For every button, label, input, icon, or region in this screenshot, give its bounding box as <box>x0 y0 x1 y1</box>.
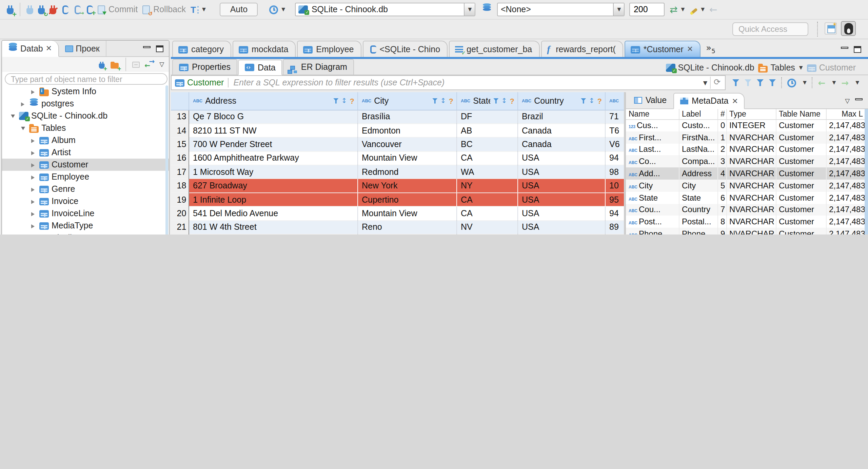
column-header-max-length[interactable]: Max L <box>826 109 865 119</box>
metadata-row[interactable]: ABCPhone Phone 9 NVARCHAR Customer 2,147… <box>626 228 865 234</box>
address-cell[interactable]: 1 Infinite Loop <box>189 193 357 207</box>
meta-maxlength-cell[interactable]: 2,147,483 <box>826 143 865 156</box>
state-cell[interactable]: CA <box>456 206 517 220</box>
country-cell[interactable]: Brazil <box>517 110 605 124</box>
state-cell[interactable]: NY <box>456 179 517 193</box>
country-cell[interactable]: USA <box>517 206 605 220</box>
table-row[interactable]: 21 801 W 4th Street Reno NV USA 89 <box>171 220 624 234</box>
meta-table-cell[interactable]: Customer <box>776 192 826 204</box>
meta-ordinal-cell[interactable]: 6 <box>717 192 726 204</box>
address-cell[interactable]: 801 W 4th Street <box>189 220 357 234</box>
close-icon[interactable]: ✕ <box>687 45 693 54</box>
rollback-button[interactable]: ↺ Rollback <box>142 5 186 14</box>
meta-type-cell[interactable]: NVARCHAR <box>726 216 776 228</box>
tree-arrow-icon[interactable] <box>21 123 26 133</box>
column-header-postal[interactable]: ABC <box>605 92 624 110</box>
meta-maxlength-cell[interactable]: 2,147,483 <box>826 180 865 192</box>
country-cell[interactable]: USA <box>517 179 605 193</box>
meta-type-cell[interactable]: NVARCHAR <box>726 143 776 156</box>
tab-properties[interactable]: Properties <box>172 59 237 75</box>
breadcrumb-entity[interactable]: Customer <box>807 63 856 73</box>
row-number-cell[interactable]: 13 <box>171 110 189 124</box>
collapse-all-icon[interactable] <box>132 61 140 67</box>
column-header-type[interactable]: Type <box>726 109 776 119</box>
tree-item[interactable]: Album <box>2 134 169 146</box>
tree-arrow-icon[interactable] <box>21 99 26 108</box>
breadcrumb-connection[interactable]: SQLite - Chinook.db <box>666 63 754 73</box>
address-cell[interactable]: 541 Del Medio Avenue <box>189 206 357 220</box>
tab-value[interactable]: Value <box>628 92 673 108</box>
tree-arrow-icon[interactable] <box>31 148 37 157</box>
tree-item[interactable]: Playlist <box>2 232 169 234</box>
meta-type-cell[interactable]: NVARCHAR <box>726 180 776 192</box>
meta-maxlength-cell[interactable]: 2,147,483 <box>826 192 865 204</box>
tree-item[interactable]: InvoiceLine <box>2 207 169 220</box>
sql-editor-icon[interactable] <box>62 5 68 14</box>
postal-cell[interactable]: 94 <box>605 151 624 165</box>
postal-cell[interactable]: T6 <box>605 124 624 138</box>
maximize-icon[interactable] <box>156 45 163 52</box>
table-row[interactable]: 14 8210 111 ST NW Edmonton AB Canada T6 <box>171 124 624 138</box>
column-info-icon[interactable]: ? <box>449 97 453 105</box>
meta-type-cell[interactable]: NVARCHAR <box>726 204 776 216</box>
navigator-filter-input[interactable] <box>5 73 167 85</box>
meta-table-cell[interactable]: Customer <box>776 143 826 156</box>
editor-tab-customer[interactable]: *Customer ✕ <box>625 41 701 57</box>
meta-ordinal-cell[interactable]: 1 <box>717 131 726 144</box>
meta-maxlength-cell[interactable]: 2,147,483 <box>826 119 865 131</box>
meta-table-cell[interactable]: Customer <box>776 228 826 234</box>
meta-table-cell[interactable]: Customer <box>776 167 826 180</box>
close-icon[interactable]: ✕ <box>732 97 738 105</box>
metadata-row[interactable]: ABCCo... Compa... 3 NVARCHAR Customer 2,… <box>626 156 865 168</box>
tree-arrow-icon[interactable] <box>31 160 37 169</box>
state-cell[interactable]: BC <box>456 138 517 151</box>
filter-icon[interactable] <box>581 98 586 104</box>
tree-item[interactable]: Employee <box>2 171 169 183</box>
editor-tab-rewards-report[interactable]: rewards_report( <box>541 41 623 57</box>
open-sql-script-icon[interactable]: → <box>75 5 81 14</box>
tree-arrow-icon[interactable] <box>11 111 16 121</box>
meta-maxlength-cell[interactable]: 2,147,483 <box>826 131 865 144</box>
apply-filter-icon[interactable]: ✓ <box>732 79 739 86</box>
meta-maxlength-cell[interactable]: 2,147,483 <box>826 204 865 216</box>
country-cell[interactable]: Canada <box>517 138 605 151</box>
table-row[interactable]: 22 120 S Orange Ave Orlando FL USA 32 <box>171 234 624 234</box>
state-cell[interactable]: CA <box>456 193 517 207</box>
city-cell[interactable]: Edmonton <box>357 124 456 138</box>
tab-data[interactable]: Data <box>238 60 282 75</box>
view-menu-icon[interactable]: ▽ <box>845 98 850 104</box>
table-row[interactable]: 16 1600 Amphitheatre Parkway Mountain Vi… <box>171 151 624 165</box>
meta-type-cell[interactable]: NVARCHAR <box>726 156 776 168</box>
metadata-row[interactable]: ABCState State 6 NVARCHAR Customer 2,147… <box>626 192 865 204</box>
filter-icon[interactable] <box>432 98 438 104</box>
new-connection-icon[interactable]: + <box>99 63 105 68</box>
filter-history-dropdown-icon[interactable]: ▼ <box>701 80 710 86</box>
meta-ordinal-cell[interactable]: 5 <box>717 180 726 192</box>
meta-table-cell[interactable]: Customer <box>776 180 826 192</box>
combo-dropdown-button[interactable]: ▼ <box>613 3 624 16</box>
address-cell[interactable]: Qe 7 Bloco G <box>189 110 357 124</box>
metadata-scrollbar[interactable] <box>865 109 868 234</box>
editor-tab-sql-editor[interactable]: <SQLite - Chino <box>363 41 448 57</box>
minimize-icon[interactable] <box>855 98 863 100</box>
city-cell[interactable]: Vancouver <box>357 138 456 151</box>
meta-ordinal-cell[interactable]: 7 <box>717 204 726 216</box>
meta-table-cell[interactable]: Customer <box>776 119 826 131</box>
country-cell[interactable]: Canada <box>517 124 605 138</box>
column-header-address[interactable]: ABC Address ↕ ? <box>189 92 357 110</box>
postal-cell[interactable]: 10 <box>605 179 624 193</box>
auto-commit-button[interactable]: Auto <box>220 3 258 16</box>
meta-label-cell[interactable]: Phone <box>679 228 717 234</box>
postal-cell[interactable]: V6 <box>605 138 624 151</box>
meta-name-cell[interactable]: 123Cus... <box>626 119 679 131</box>
meta-name-cell[interactable]: ABCCo... <box>626 156 679 168</box>
column-header-name[interactable]: Name <box>626 109 679 119</box>
column-header-city[interactable]: ABC City ↕ ? <box>357 92 456 110</box>
tree-item[interactable]: Customer <box>2 159 169 171</box>
view-menu-icon[interactable]: ▽ <box>159 61 164 68</box>
address-cell[interactable]: 700 W Pender Street <box>189 138 357 151</box>
tree-item[interactable]: Genre <box>2 183 169 195</box>
tree-arrow-icon[interactable] <box>31 197 37 206</box>
transaction-log-button[interactable]: ▼ <box>269 5 285 14</box>
postal-cell[interactable]: 89 <box>605 220 624 234</box>
